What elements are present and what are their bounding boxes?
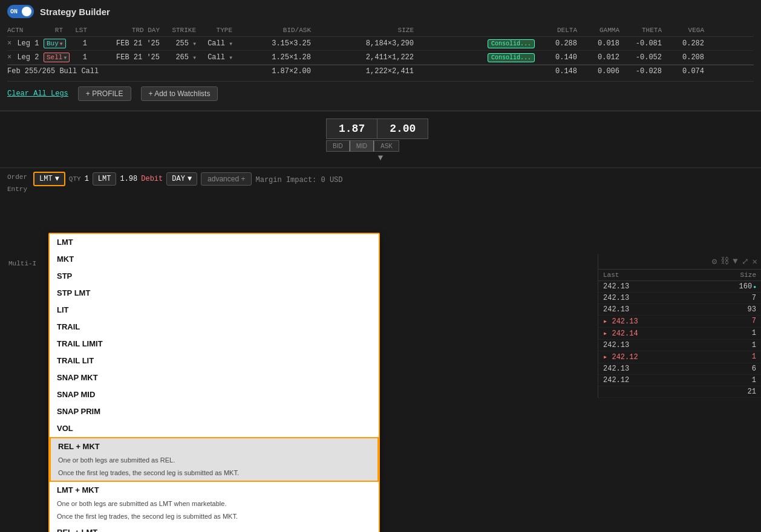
leg2-action-text: Sell	[47, 54, 62, 61]
bid-mid-ask-controls: BID MID ASK	[326, 140, 435, 152]
right-panel: ⚙ ⛓ ▼ ⤢ ✕ Last Size 242.13160●242.137242…	[598, 254, 761, 398]
panel-dot-icon: ●	[753, 284, 756, 290]
close-icon[interactable]: ✕	[753, 256, 757, 267]
leg1-label-text: Leg 1	[17, 39, 39, 48]
toggle-switch[interactable]: ON	[7, 5, 34, 18]
panel-row: 242.136	[598, 363, 761, 375]
clear-all-legs-button[interactable]: Clear All Legs	[7, 89, 68, 98]
header-bid-ask: BID/ASK	[237, 27, 316, 34]
panel-last-value: ▸ 242.14	[603, 329, 638, 338]
leg2-gamma: 0.012	[582, 53, 624, 62]
debit-tag: Debit	[141, 175, 163, 183]
leg1-consolidate-btn[interactable]: Consolid...	[488, 39, 535, 48]
leg2-trd-day: FEB 21 '25	[92, 53, 165, 62]
leg2-action[interactable]: Sell ▼	[44, 53, 68, 62]
dropdown-menu[interactable]: LMTMKTSTPSTP LMTLITTRAILTRAIL LIMITTRAIL…	[48, 233, 380, 532]
link-icon[interactable]: ⛓	[720, 256, 729, 267]
dropdown-item-desc: One or both legs are submitted as LMT wh…	[50, 499, 379, 511]
panel-rows: 242.13160●242.137242.1393▸ 242.137▸ 242.…	[598, 281, 761, 398]
dropdown-item-desc: Once the first leg trades, the second le…	[51, 468, 377, 481]
top-panel: ON Strategy Builder ACTN RT LST TRD DAY …	[0, 0, 761, 111]
dropdown-item-lmt[interactable]: LMT	[50, 234, 379, 251]
leg2-type-text: Call	[207, 53, 225, 62]
header-trd-day: TRD DAY	[92, 27, 165, 34]
panel-size-value: 93	[748, 305, 756, 314]
order-controls: LMT ▼ QTY 1 LMT 1.98 Debit DAY ▼ advance…	[33, 172, 343, 186]
header-blank	[419, 27, 540, 34]
leg1-trd-day: FEB 21 '25	[92, 39, 165, 48]
expand-icon[interactable]: ⤢	[742, 256, 749, 267]
leg1-consolidate[interactable]: Consolid...	[419, 39, 540, 48]
dropdown-item-rel-mkt[interactable]: REL + MKTOne or both legs are submitted …	[50, 437, 379, 482]
panel-last-value: 242.13	[603, 365, 629, 373]
dropdown-item-lmt-plus-mkt[interactable]: LMT + MKT	[50, 482, 379, 499]
leg2-strike[interactable]: 265 ▼	[165, 53, 201, 62]
leg1-action-text: Buy	[47, 40, 59, 47]
panel-last-value: 242.13	[603, 305, 629, 314]
dropdown-item-snap-mkt[interactable]: SNAP MKT	[50, 369, 379, 386]
panel-last-value: 242.13	[603, 294, 629, 302]
dropdown-item-stp[interactable]: STP	[50, 268, 379, 285]
summary-bid-ask: 1.87×2.00	[237, 67, 316, 76]
ask-price: 2.00	[377, 118, 428, 139]
leg1-action-arrow: ▼	[60, 41, 63, 47]
header-theta: THETA	[624, 27, 667, 34]
leg1-type[interactable]: Call ▼	[201, 39, 237, 48]
day-button[interactable]: DAY ▼	[166, 172, 197, 186]
header-strike: STRIKE	[165, 27, 201, 34]
leg1-action-btn[interactable]: Buy ▼	[44, 39, 66, 48]
leg2-consolidate-btn[interactable]: Consolid...	[488, 53, 535, 62]
order-type-button[interactable]: LMT ▼	[33, 172, 65, 186]
day-arrow: ▼	[188, 175, 192, 183]
leg1-row: × Leg 1 Buy ▼ 1 FEB 21 '25 255 ▼ Call ▼ …	[7, 37, 754, 51]
down-arrow-icon[interactable]: ▼	[326, 152, 435, 164]
bid-button[interactable]: BID	[326, 140, 350, 152]
dropdown-item-mkt[interactable]: MKT	[50, 251, 379, 268]
panel-row: ▸ 242.121	[598, 351, 761, 363]
gear-icon[interactable]: ⚙	[712, 256, 717, 267]
qty-label: QTY	[69, 175, 81, 183]
watchlist-button[interactable]: + Add to Watchlists	[141, 86, 218, 101]
leg2-type[interactable]: Call ▼	[201, 53, 237, 62]
header-delta: DELTA	[540, 27, 582, 34]
order-type-text: LMT	[39, 175, 53, 183]
leg2-close-icon[interactable]: ×	[7, 53, 11, 62]
page-title: Strategy Builder	[40, 7, 110, 17]
summary-vega: 0.074	[667, 67, 709, 76]
dropdown-item-lit[interactable]: LIT	[50, 302, 379, 319]
leg1-delta: 0.288	[540, 39, 582, 48]
dropdown-item-trail-lit[interactable]: TRAIL LIT	[50, 352, 379, 369]
summary-gamma: 0.006	[582, 67, 624, 76]
leg1-strike[interactable]: 255 ▼	[165, 39, 201, 48]
panel-size-value: 1	[752, 341, 756, 349]
leg2-delta: 0.140	[540, 53, 582, 62]
title-bar: ON Strategy Builder	[7, 5, 754, 18]
panel-size-value: 6	[752, 365, 756, 373]
panel-row: 242.1393	[598, 304, 761, 316]
leg1-close-icon[interactable]: ×	[7, 39, 11, 48]
profile-button[interactable]: + PROFILE	[78, 86, 131, 101]
leg1-strike-text: 255	[175, 39, 189, 48]
dropdown-item-snap-mid[interactable]: SNAP MID	[50, 386, 379, 403]
leg2-action-btn[interactable]: Sell ▼	[44, 53, 70, 62]
dropdown-item-stp-lmt[interactable]: STP LMT	[50, 285, 379, 302]
advanced-button[interactable]: advanced +	[201, 172, 252, 186]
leg1-type-arrow: ▼	[229, 41, 232, 47]
mid-button[interactable]: MID	[350, 140, 374, 152]
summary-theta: -0.028	[624, 67, 667, 76]
leg2-vega: 0.208	[667, 53, 709, 62]
leg1-strike-arrow: ▼	[193, 41, 196, 47]
chevron-down-icon[interactable]: ▼	[733, 256, 737, 267]
dropdown-item-trail[interactable]: TRAIL	[50, 319, 379, 336]
dropdown-item-rel-plus-lmt[interactable]: REL + LMT	[50, 524, 379, 532]
ask-button[interactable]: ASK	[374, 140, 399, 152]
dropdown-item-snap-prim[interactable]: SNAP PRIM	[50, 403, 379, 420]
leg2-rt: 1	[68, 53, 92, 62]
leg1-action[interactable]: Buy ▼	[44, 39, 68, 48]
dropdown-item-trail-limit[interactable]: TRAIL LIMIT	[50, 336, 379, 352]
last-header: Last	[603, 271, 619, 279]
order-label2: Entry	[7, 184, 27, 195]
dropdown-item-vol[interactable]: VOL	[50, 420, 379, 437]
panel-last-value: ▸ 242.13	[603, 317, 638, 326]
leg2-consolidate[interactable]: Consolid...	[419, 53, 540, 62]
